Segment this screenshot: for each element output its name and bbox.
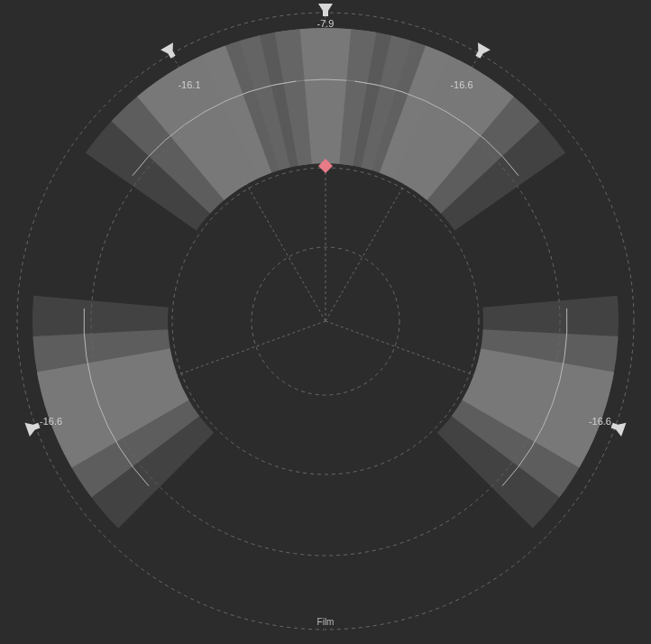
speaker-icon[interactable] [472, 42, 491, 60]
speaker-2[interactable] [339, 29, 565, 230]
speaker-icon[interactable] [610, 419, 627, 437]
speaker-icon[interactable] [160, 42, 179, 60]
speaker-icon[interactable] [318, 4, 333, 16]
speaker-3[interactable] [24, 296, 214, 529]
surround-panner[interactable]: -7.9-16.1-16.6-16.6-16.6 Film [0, 0, 651, 644]
speaker-4[interactable] [437, 296, 627, 529]
speaker-icon[interactable] [24, 419, 41, 437]
panner-canvas [0, 0, 651, 644]
speaker-1[interactable] [86, 29, 312, 230]
